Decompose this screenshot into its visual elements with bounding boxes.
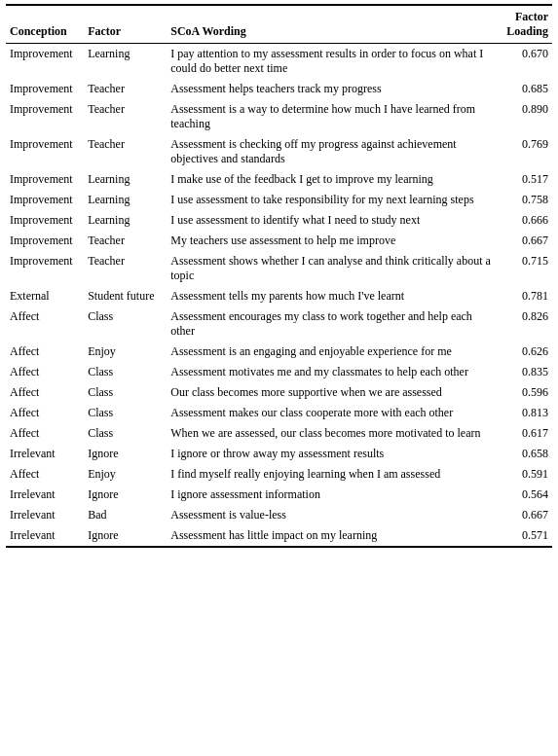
cell-conception: Improvement — [6, 190, 84, 210]
cell-loading: 0.617 — [499, 423, 552, 444]
table-row: AffectEnjoyAssessment is an engaging and… — [6, 342, 552, 362]
cell-conception: Affect — [6, 464, 84, 485]
cell-scoa: Assessment has little impact on my learn… — [167, 525, 499, 547]
cell-scoa: Assessment helps teachers track my progr… — [167, 79, 499, 99]
cell-factor: Class — [84, 362, 167, 382]
table-row: ImprovementTeacherAssessment helps teach… — [6, 79, 552, 99]
cell-conception: Improvement — [6, 79, 84, 99]
cell-scoa: Assessment motivates me and my classmate… — [167, 362, 499, 382]
table-row: ImprovementLearningI use assessment to t… — [6, 190, 552, 210]
cell-factor: Learning — [84, 44, 167, 80]
table-row: ImprovementTeacherAssessment shows wheth… — [6, 251, 552, 286]
cell-loading: 0.715 — [499, 251, 552, 286]
cell-scoa: Assessment is value-less — [167, 505, 499, 525]
cell-scoa: Assessment shows whether I can analyse a… — [167, 251, 499, 286]
cell-loading: 0.769 — [499, 134, 552, 169]
cell-factor: Ignore — [84, 485, 167, 505]
cell-loading: 0.826 — [499, 306, 552, 342]
cell-loading: 0.658 — [499, 444, 552, 464]
cell-loading: 0.596 — [499, 382, 552, 403]
cell-conception: Improvement — [6, 99, 84, 134]
cell-scoa: I ignore or throw away my assessment res… — [167, 444, 499, 464]
cell-scoa: I pay attention to my assessment results… — [167, 44, 499, 80]
table-row: IrrelevantBadAssessment is value-less0.6… — [6, 505, 552, 525]
cell-conception: Affect — [6, 342, 84, 362]
header-scoa: SCoA Wording — [167, 5, 499, 44]
cell-factor: Ignore — [84, 525, 167, 547]
cell-loading: 0.571 — [499, 525, 552, 547]
cell-loading: 0.667 — [499, 505, 552, 525]
cell-factor: Ignore — [84, 444, 167, 464]
table-row: AffectClassOur class becomes more suppor… — [6, 382, 552, 403]
cell-conception: Affect — [6, 362, 84, 382]
cell-conception: Irrelevant — [6, 505, 84, 525]
cell-scoa: I find myself really enjoying learning w… — [167, 464, 499, 485]
cell-conception: Affect — [6, 306, 84, 342]
cell-scoa: I use assessment to take responsibility … — [167, 190, 499, 210]
cell-loading: 0.670 — [499, 44, 552, 80]
cell-loading: 0.517 — [499, 169, 552, 190]
cell-factor: Learning — [84, 169, 167, 190]
table-row: AffectEnjoyI find myself really enjoying… — [6, 464, 552, 485]
cell-scoa: I ignore assessment information — [167, 485, 499, 505]
cell-loading: 0.564 — [499, 485, 552, 505]
table-row: ImprovementLearningI use assessment to i… — [6, 210, 552, 231]
cell-scoa: My teachers use assessment to help me im… — [167, 231, 499, 251]
cell-loading: 0.626 — [499, 342, 552, 362]
cell-conception: Improvement — [6, 134, 84, 169]
cell-scoa: Our class becomes more supportive when w… — [167, 382, 499, 403]
cell-factor: Teacher — [84, 99, 167, 134]
cell-factor: Bad — [84, 505, 167, 525]
table-row: ImprovementTeacherAssessment is a way to… — [6, 99, 552, 134]
cell-factor: Teacher — [84, 134, 167, 169]
cell-factor: Teacher — [84, 79, 167, 99]
table-row: IrrelevantIgnoreI ignore or throw away m… — [6, 444, 552, 464]
data-table: Conception Factor SCoA Wording Factor Lo… — [6, 4, 552, 548]
table-row: ExternalStudent futureAssessment tells m… — [6, 286, 552, 306]
header-factor: Factor — [84, 5, 167, 44]
cell-conception: Improvement — [6, 251, 84, 286]
cell-conception: Improvement — [6, 231, 84, 251]
cell-factor: Enjoy — [84, 464, 167, 485]
cell-loading: 0.781 — [499, 286, 552, 306]
cell-factor: Student future — [84, 286, 167, 306]
table-row: ImprovementLearningI make use of the fee… — [6, 169, 552, 190]
cell-conception: Improvement — [6, 210, 84, 231]
cell-scoa: Assessment tells my parents how much I'v… — [167, 286, 499, 306]
cell-loading: 0.758 — [499, 190, 552, 210]
table-row: IrrelevantIgnoreI ignore assessment info… — [6, 485, 552, 505]
cell-conception: Irrelevant — [6, 485, 84, 505]
cell-conception: Improvement — [6, 169, 84, 190]
table-container: Conception Factor SCoA Wording Factor Lo… — [0, 0, 558, 552]
cell-scoa: Assessment makes our class cooperate mor… — [167, 403, 499, 423]
table-row: AffectClassAssessment encourages my clas… — [6, 306, 552, 342]
cell-scoa: Assessment is an engaging and enjoyable … — [167, 342, 499, 362]
cell-loading: 0.666 — [499, 210, 552, 231]
cell-factor: Class — [84, 306, 167, 342]
cell-factor: Class — [84, 423, 167, 444]
cell-loading: 0.685 — [499, 79, 552, 99]
cell-loading: 0.667 — [499, 231, 552, 251]
table-row: IrrelevantIgnoreAssessment has little im… — [6, 525, 552, 547]
table-row: ImprovementTeacherAssessment is checking… — [6, 134, 552, 169]
cell-scoa: I use assessment to identify what I need… — [167, 210, 499, 231]
cell-factor: Enjoy — [84, 342, 167, 362]
cell-scoa: When we are assessed, our class becomes … — [167, 423, 499, 444]
table-row: ImprovementLearningI pay attention to my… — [6, 44, 552, 80]
table-row: ImprovementTeacherMy teachers use assess… — [6, 231, 552, 251]
cell-conception: External — [6, 286, 84, 306]
cell-factor: Learning — [84, 210, 167, 231]
cell-scoa: I make use of the feedback I get to impr… — [167, 169, 499, 190]
cell-factor: Class — [84, 382, 167, 403]
cell-conception: Improvement — [6, 44, 84, 80]
cell-conception: Affect — [6, 423, 84, 444]
cell-conception: Affect — [6, 403, 84, 423]
table-row: AffectClassWhen we are assessed, our cla… — [6, 423, 552, 444]
header-row: Conception Factor SCoA Wording Factor Lo… — [6, 5, 552, 44]
cell-conception: Irrelevant — [6, 525, 84, 547]
cell-factor: Teacher — [84, 231, 167, 251]
cell-conception: Affect — [6, 382, 84, 403]
cell-loading: 0.835 — [499, 362, 552, 382]
cell-factor: Learning — [84, 190, 167, 210]
cell-loading: 0.890 — [499, 99, 552, 134]
